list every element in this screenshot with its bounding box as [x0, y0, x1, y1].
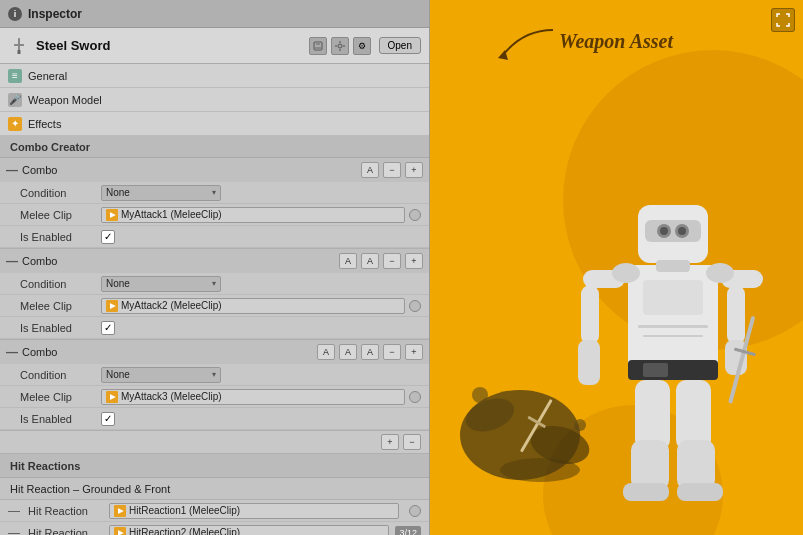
condition-text-2: None	[106, 278, 130, 289]
is-enabled-value-2: ✓	[101, 321, 421, 335]
is-enabled-row-3: Is Enabled ✓	[0, 408, 429, 430]
hr-dash-2: —	[8, 526, 20, 536]
combo-a-btn-2a[interactable]: A	[339, 253, 357, 269]
field-dot-1	[409, 209, 421, 221]
is-enabled-value-3: ✓	[101, 412, 421, 426]
melee-clip-row-3: Melee Clip ▶ MyAttack3 (MeleeClip)	[0, 386, 429, 408]
condition-dropdown-2[interactable]: None ▾	[101, 276, 221, 292]
hit-clip-field-1[interactable]: ▶ HitReaction1 (MeleeClip)	[109, 503, 399, 519]
sword-icon	[10, 37, 28, 55]
fullscreen-button[interactable]	[771, 8, 795, 32]
combo-minus-3[interactable]: −	[383, 344, 401, 360]
hit-reaction-group-header: Hit Reaction – Grounded & Front	[0, 478, 429, 500]
melee-clip-value-3: ▶ MyAttack3 (MeleeClip)	[101, 389, 421, 405]
is-enabled-row-1: Is Enabled ✓	[0, 226, 429, 248]
svg-rect-43	[677, 440, 715, 490]
combo-creator-label: Combo Creator	[10, 141, 90, 153]
effects-icon: ✦	[8, 117, 22, 131]
section-effects[interactable]: ✦ Effects	[0, 112, 429, 136]
condition-value-2: None ▾	[101, 276, 421, 292]
melee-clip-field-1[interactable]: ▶ MyAttack1 (MeleeClip)	[101, 207, 405, 223]
melee-clip-label-2: Melee Clip	[20, 300, 95, 312]
combo-dash-3: —	[6, 345, 18, 359]
svg-rect-2	[18, 50, 21, 54]
settings-icon-btn[interactable]	[331, 37, 349, 55]
is-enabled-label-3: Is Enabled	[20, 413, 95, 425]
is-enabled-checkbox-1[interactable]: ✓	[101, 230, 115, 244]
condition-row-3: Condition None ▾	[0, 364, 429, 386]
is-enabled-label-1: Is Enabled	[20, 231, 95, 243]
remove-combo-btn[interactable]: −	[403, 434, 421, 450]
svg-point-47	[612, 263, 640, 283]
add-combo-btn[interactable]: +	[381, 434, 399, 450]
combo-a-btn-1[interactable]: A	[361, 162, 379, 178]
gear-icon-btn[interactable]: ⚙	[353, 37, 371, 55]
condition-label-2: Condition	[20, 278, 95, 290]
field-dot-2	[409, 300, 421, 312]
combo-dash-2: —	[6, 254, 18, 268]
asset-name: Steel Sword	[36, 38, 110, 53]
weapon-icon: 🎤	[8, 93, 22, 107]
inspector-title: Inspector	[28, 7, 82, 21]
is-enabled-label-2: Is Enabled	[20, 322, 95, 334]
svg-rect-5	[315, 47, 321, 50]
asset-header: Steel Sword ⚙ Open	[0, 28, 429, 64]
section-general[interactable]: ≡ General	[0, 64, 429, 88]
hr-dash-1: —	[8, 504, 20, 518]
svg-rect-25	[656, 260, 690, 272]
condition-text-1: None	[106, 187, 130, 198]
dropdown-arrow-3: ▾	[212, 370, 216, 379]
right-panel: Weapon Asset	[430, 0, 803, 535]
combo-header-3: — Combo A A A − +	[0, 340, 429, 364]
condition-dropdown-3[interactable]: None ▾	[101, 367, 221, 383]
melee-clip-value-1: ▶ MyAttack1 (MeleeClip)	[101, 207, 421, 223]
is-enabled-checkbox-2[interactable]: ✓	[101, 321, 115, 335]
is-enabled-checkbox-3[interactable]: ✓	[101, 412, 115, 426]
svg-rect-21	[643, 280, 703, 315]
combo-plus-2[interactable]: +	[405, 253, 423, 269]
is-enabled-row-2: Is Enabled ✓	[0, 317, 429, 339]
condition-row-2: Condition None ▾	[0, 273, 429, 295]
svg-rect-35	[727, 285, 745, 345]
combo-a-btn-3a[interactable]: A	[317, 344, 335, 360]
toolbar-icons: ⚙ Open	[309, 37, 421, 55]
section-general-label: General	[28, 70, 67, 82]
svg-rect-40	[631, 440, 669, 490]
melee-clip-field-2[interactable]: ▶ MyAttack2 (MeleeClip)	[101, 298, 405, 314]
svg-rect-45	[638, 325, 708, 328]
combo-minus-2[interactable]: −	[383, 253, 401, 269]
condition-label-1: Condition	[20, 187, 95, 199]
svg-rect-8	[339, 49, 340, 51]
svg-rect-23	[643, 363, 668, 377]
hit-label-1: Hit Reaction	[28, 505, 103, 517]
robot-figure	[563, 135, 783, 535]
weapon-asset-arrow	[483, 20, 563, 70]
melee-clip-field-3[interactable]: ▶ MyAttack3 (MeleeClip)	[101, 389, 405, 405]
combo-a-btn-3b[interactable]: A	[339, 344, 357, 360]
save-icon-btn[interactable]	[309, 37, 327, 55]
condition-dropdown-1[interactable]: None ▾	[101, 185, 221, 201]
combo-block-2: — Combo A A − + Condition None ▾ Melee C…	[0, 249, 429, 340]
section-effects-label: Effects	[28, 118, 61, 130]
melee-clip-value-2: ▶ MyAttack2 (MeleeClip)	[101, 298, 421, 314]
combo-creator-header: Combo Creator	[0, 136, 429, 158]
combo-plus-3[interactable]: +	[405, 344, 423, 360]
combo-a-btn-3c[interactable]: A	[361, 344, 379, 360]
combo-minus-1[interactable]: −	[383, 162, 401, 178]
hr-clip-text-2: HitReaction2 (MeleeClip)	[129, 527, 240, 535]
combo-header-1: — Combo A − +	[0, 158, 429, 182]
svg-rect-4	[316, 42, 320, 45]
hit-reaction-group-label: Hit Reaction – Grounded & Front	[10, 483, 170, 495]
svg-rect-32	[581, 285, 599, 345]
section-weapon-model[interactable]: 🎤 Weapon Model	[0, 88, 429, 112]
combo-plus-1[interactable]: +	[405, 162, 423, 178]
svg-rect-1	[14, 44, 24, 46]
melee-clip-label-3: Melee Clip	[20, 391, 95, 403]
open-button[interactable]: Open	[379, 37, 421, 54]
combo-a-btn-2b[interactable]: A	[361, 253, 379, 269]
hit-clip-field-2[interactable]: ▶ HitReaction2 (MeleeClip)	[109, 525, 389, 536]
hit-reaction-row-1: — Hit Reaction ▶ HitReaction1 (MeleeClip…	[0, 500, 429, 522]
combo-block-1: — Combo A − + Condition None ▾ Melee Cli…	[0, 158, 429, 249]
hr-badge-2: 3/12	[395, 526, 421, 536]
svg-rect-10	[343, 45, 345, 46]
